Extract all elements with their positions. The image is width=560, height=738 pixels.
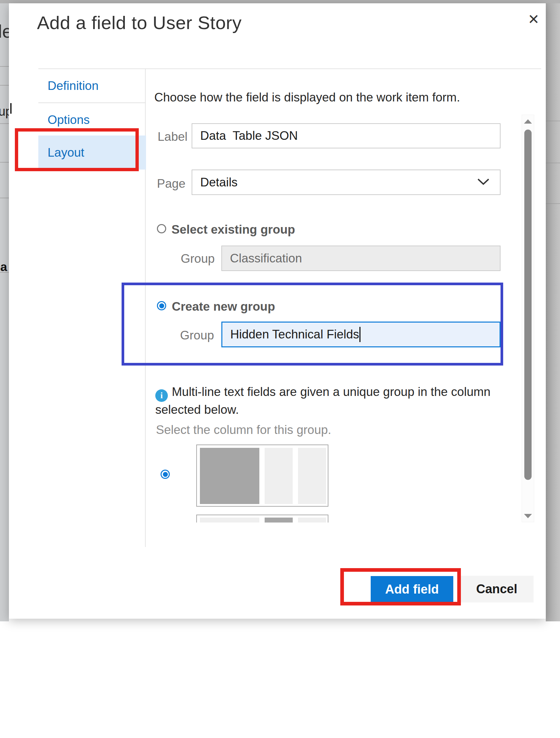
column-option-radio[interactable] [160, 470, 170, 479]
background-page-left-edge: le oup a [0, 3, 9, 621]
column-layout-thumbnail-partial[interactable] [196, 514, 329, 522]
tab-definition[interactable]: Definition [38, 69, 146, 102]
label-input-value: Data Table JSON [200, 129, 298, 143]
chevron-down-icon [477, 178, 489, 187]
page-select[interactable]: Details [192, 169, 501, 195]
background-row-divider [546, 203, 560, 204]
background-row-divider [0, 66, 9, 67]
scrollbar-up-arrow-icon[interactable] [524, 119, 532, 123]
background-text-fragment: le [0, 20, 9, 42]
thumbnail-column-narrow [298, 517, 326, 522]
select-existing-group-radio[interactable] [157, 224, 166, 233]
add-field-dialog: Add a field to User Story ✕ Definition O… [9, 3, 546, 619]
text-cursor [360, 327, 361, 342]
create-new-group-label: Create new group [172, 300, 275, 314]
select-existing-group-label: Select existing group [171, 223, 295, 237]
existing-group-caption: Group [181, 252, 215, 266]
create-new-group-radio[interactable] [157, 301, 166, 310]
info-note: iMulti-line text fields are given a uniq… [155, 384, 499, 418]
tab-definition-label: Definition [48, 79, 98, 93]
tab-layout[interactable]: Layout [38, 135, 146, 169]
screenshot-root: le oup a Add a field to User Story ✕ Def… [0, 0, 560, 738]
tab-layout-label: Layout [48, 146, 84, 159]
thumbnail-column-highlight [264, 517, 293, 522]
background-row-divider [0, 162, 9, 162]
page-field-caption: Page [157, 177, 185, 191]
background-row-divider [0, 85, 9, 86]
background-row-divider [546, 162, 560, 163]
background-row-divider [0, 198, 9, 198]
background-page-top-edge [0, 0, 560, 3]
background-row-divider [546, 121, 560, 121]
background-text-fragment: oup [0, 104, 9, 119]
existing-group-value: Classification [230, 252, 302, 265]
label-field-caption: Label [157, 130, 188, 144]
scrollbar[interactable] [522, 115, 534, 522]
background-row-divider [0, 123, 9, 124]
new-group-input-value: Hidden Technical Fields [230, 328, 359, 341]
label-input[interactable]: Data Table JSON [192, 123, 501, 148]
close-icon[interactable]: ✕ [524, 10, 543, 28]
thumbnail-column-narrow [264, 448, 293, 504]
info-note-line2: selected below. [155, 402, 499, 418]
info-note-line1: Multi-line text fields are given a uniqu… [172, 385, 491, 399]
add-field-button[interactable]: Add field [371, 576, 453, 603]
tab-options-label: Options [48, 113, 90, 127]
existing-group-select-disabled: Classification [221, 246, 501, 271]
cancel-button[interactable]: Cancel [460, 576, 534, 603]
thumbnail-column-narrow [200, 517, 259, 522]
new-group-input[interactable]: Hidden Technical Fields [221, 322, 501, 347]
scrollbar-thumb[interactable] [524, 129, 532, 480]
intro-text: Choose how the field is displayed on the… [154, 90, 460, 104]
scrollbar-down-arrow-icon[interactable] [524, 514, 532, 518]
dialog-title: Add a field to User Story [37, 12, 241, 33]
column-prompt: Select the column for this group. [156, 423, 332, 437]
background-row-divider [0, 272, 9, 273]
column-layout-thumbnail-selected[interactable] [196, 444, 329, 507]
info-icon: i [155, 389, 168, 402]
page-select-value: Details [200, 175, 237, 190]
tab-options[interactable]: Options [38, 103, 146, 136]
thumbnail-column-wide [200, 448, 259, 504]
background-page-right-edge [546, 3, 560, 621]
background-text-fragment-artifact [10, 103, 12, 114]
new-group-caption: Group [180, 329, 214, 342]
thumbnail-column-narrow [298, 448, 326, 504]
